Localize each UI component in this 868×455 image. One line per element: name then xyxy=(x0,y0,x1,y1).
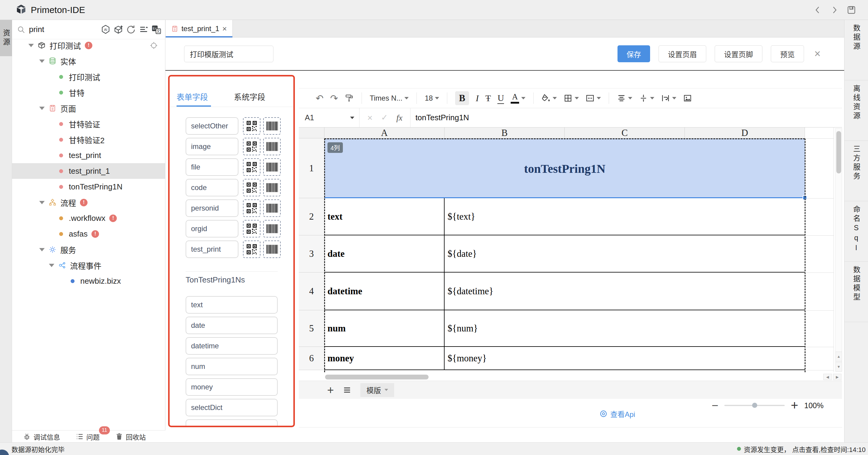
function-fx-icon[interactable]: fx xyxy=(396,113,402,123)
formula-input-value[interactable]: tonTestPring1N xyxy=(410,113,469,122)
cell-value[interactable]: ${text} xyxy=(444,198,805,235)
translate-icon[interactable]: En文 xyxy=(151,25,161,35)
tree-item-服务[interactable]: 服务 xyxy=(12,242,165,257)
tree-item-实体[interactable]: 实体 xyxy=(12,53,165,69)
field-chip-orgid[interactable]: orgid xyxy=(186,220,239,237)
expand-caret-icon[interactable] xyxy=(39,59,45,63)
qr-code-icon[interactable] xyxy=(243,117,260,135)
barcode-icon[interactable] xyxy=(263,199,281,217)
borders-button[interactable] xyxy=(563,94,579,103)
undo-button[interactable]: ↶ xyxy=(316,94,323,103)
set-page-footer-button[interactable]: 设置页脚 xyxy=(715,45,763,62)
expand-caret-icon[interactable] xyxy=(28,44,34,47)
horizontal-align-button[interactable] xyxy=(617,94,632,103)
barcode-icon[interactable] xyxy=(263,138,281,155)
tree-item-流程事件[interactable]: 流程事件 xyxy=(12,257,165,273)
select-all-corner[interactable] xyxy=(299,127,324,138)
column-header-C[interactable]: C xyxy=(565,127,685,138)
field-chip-file[interactable]: file xyxy=(186,158,239,176)
expand-caret-icon[interactable] xyxy=(39,107,45,110)
qr-code-icon[interactable] xyxy=(243,179,260,196)
sheet-list-button[interactable] xyxy=(343,386,351,394)
right-bar-item-离线资源[interactable]: 离线资源 xyxy=(844,80,868,141)
new-resource-icon[interactable] xyxy=(113,25,123,35)
tree-item-流程[interactable]: 流程! xyxy=(12,195,165,210)
format-painter-button[interactable] xyxy=(345,94,354,103)
tree-item-甘特[interactable]: 甘特 xyxy=(12,85,165,100)
cell-label[interactable]: datetime xyxy=(324,273,444,310)
cell-label[interactable]: money xyxy=(324,347,444,370)
merged-cell[interactable]: 4列tonTestPring1N xyxy=(324,138,805,198)
field-chip-image[interactable]: image xyxy=(186,138,239,155)
field-chip-personid[interactable]: personid xyxy=(186,199,239,217)
tree-item-甘特验证[interactable]: 甘特验证 xyxy=(12,116,165,132)
underline-button[interactable]: U xyxy=(497,93,504,104)
template-name-input[interactable] xyxy=(184,46,273,62)
field-chip-money[interactable]: money xyxy=(186,378,278,396)
row-header-4[interactable]: 4 xyxy=(299,273,324,310)
sheet-tab-template[interactable]: 模版 xyxy=(360,383,394,397)
tree-item-test-print-1[interactable]: test_print_1 xyxy=(12,163,165,179)
font-color-button[interactable]: A xyxy=(511,93,525,104)
barcode-icon[interactable] xyxy=(263,220,281,237)
recycle-bin-button[interactable]: 回收站 xyxy=(115,432,146,442)
text-wrap-button[interactable] xyxy=(661,94,676,103)
tree-item-newbiz-bizx[interactable]: newbiz.bizx xyxy=(12,273,165,289)
cell-label[interactable]: num xyxy=(324,310,444,346)
tree-item-打印测试[interactable]: 打印测试! xyxy=(12,37,165,53)
qr-code-icon[interactable] xyxy=(243,199,260,217)
cell-value[interactable]: ${date} xyxy=(444,235,805,272)
field-chip-code[interactable]: code xyxy=(186,179,239,196)
scroll-down-button[interactable]: ▼ xyxy=(835,362,842,372)
insert-image-button[interactable] xyxy=(683,94,692,103)
editor-close-icon[interactable]: × xyxy=(814,48,820,60)
tab-close-icon[interactable]: × xyxy=(222,25,227,33)
tree-item-打印测试[interactable]: 打印测试 xyxy=(12,69,165,85)
italic-button[interactable]: I xyxy=(476,93,479,103)
tree-item-asfas[interactable]: asfas! xyxy=(12,226,165,242)
column-header-D[interactable]: D xyxy=(685,127,805,138)
cell-value[interactable]: ${money} xyxy=(444,347,805,370)
field-chip-num[interactable]: num xyxy=(186,358,278,375)
row-header-2[interactable]: 2 xyxy=(299,198,324,235)
zoom-slider[interactable] xyxy=(724,405,785,406)
refresh-icon[interactable] xyxy=(126,25,136,35)
bold-button[interactable]: B xyxy=(455,91,469,105)
tab-test-print-1[interactable]: test_print_1 × xyxy=(166,20,233,37)
barcode-icon[interactable] xyxy=(263,158,281,176)
qr-code-icon[interactable] xyxy=(243,158,260,176)
preview-button[interactable]: 预览 xyxy=(771,45,804,62)
scroll-up-button[interactable]: ▲ xyxy=(835,352,842,361)
h-scrollbar-thumb[interactable] xyxy=(325,375,429,379)
field-chip-partial[interactable] xyxy=(186,419,278,427)
tree-item--workflowx[interactable]: .workflowx! xyxy=(12,210,165,226)
add-sheet-button[interactable]: + xyxy=(327,384,334,396)
right-bar-item-命名Sql[interactable]: 命名Sql xyxy=(844,201,868,262)
font-family-select[interactable]: Times N... xyxy=(370,94,409,103)
zoom-in-button[interactable]: + xyxy=(791,399,798,412)
tree-item-test-print[interactable]: test_print xyxy=(12,147,165,163)
field-chip-date[interactable]: date xyxy=(186,317,278,334)
expand-caret-icon[interactable] xyxy=(39,201,45,204)
v-scrollbar-thumb[interactable] xyxy=(836,131,841,173)
row-header-3[interactable]: 3 xyxy=(299,235,324,273)
column-header-A[interactable]: A xyxy=(324,127,444,138)
right-bar-item-数据源[interactable]: 数据源 xyxy=(844,20,868,80)
save-all-icon[interactable] xyxy=(847,5,856,15)
row-header-5[interactable]: 5 xyxy=(299,310,324,347)
problems-button[interactable]: 问题 11 xyxy=(76,432,100,442)
zoom-slider-handle[interactable] xyxy=(752,403,757,408)
fill-color-button[interactable] xyxy=(541,94,557,103)
resource-change-notice[interactable]: 资源发生变更， 点击查看,检查时间:14:10 xyxy=(737,444,866,454)
tree-item-tonTestPring1N[interactable]: tonTestPring1N xyxy=(12,179,165,195)
tab-system-fields[interactable]: 系统字段 xyxy=(234,91,265,102)
qr-code-icon[interactable] xyxy=(243,220,260,237)
right-bar-item-三方服务[interactable]: 三方服务 xyxy=(844,141,868,201)
column-header-B[interactable]: B xyxy=(444,127,565,138)
barcode-icon[interactable] xyxy=(263,240,281,258)
expand-caret-icon[interactable] xyxy=(39,248,45,251)
save-button[interactable]: 保存 xyxy=(618,45,650,62)
scroll-right-button[interactable]: ▶ xyxy=(833,374,841,380)
strikethrough-button[interactable]: Ŧ xyxy=(485,93,491,103)
debug-info-button[interactable]: 调试信息 xyxy=(23,432,60,442)
